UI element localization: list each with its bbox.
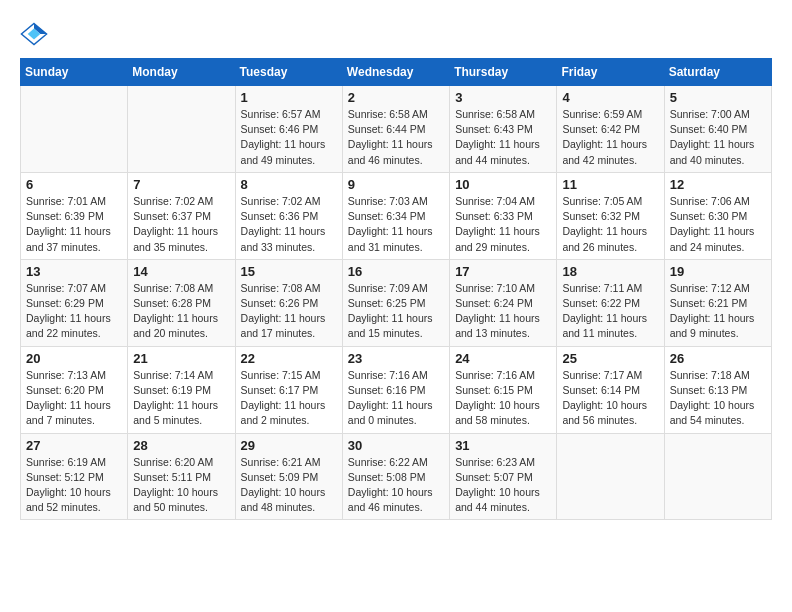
day-number: 12: [670, 177, 766, 192]
day-cell: 19Sunrise: 7:12 AM Sunset: 6:21 PM Dayli…: [664, 259, 771, 346]
day-cell: 27Sunrise: 6:19 AM Sunset: 5:12 PM Dayli…: [21, 433, 128, 520]
day-info: Sunrise: 7:04 AM Sunset: 6:33 PM Dayligh…: [455, 194, 551, 255]
day-info: Sunrise: 6:58 AM Sunset: 6:44 PM Dayligh…: [348, 107, 444, 168]
day-info: Sunrise: 7:09 AM Sunset: 6:25 PM Dayligh…: [348, 281, 444, 342]
day-cell: 3Sunrise: 6:58 AM Sunset: 6:43 PM Daylig…: [450, 86, 557, 173]
day-cell: 23Sunrise: 7:16 AM Sunset: 6:16 PM Dayli…: [342, 346, 449, 433]
calendar-body: 1Sunrise: 6:57 AM Sunset: 6:46 PM Daylig…: [21, 86, 772, 520]
day-number: 25: [562, 351, 658, 366]
day-info: Sunrise: 7:16 AM Sunset: 6:15 PM Dayligh…: [455, 368, 551, 429]
day-number: 7: [133, 177, 229, 192]
day-number: 2: [348, 90, 444, 105]
day-number: 29: [241, 438, 337, 453]
day-cell: [21, 86, 128, 173]
day-info: Sunrise: 7:08 AM Sunset: 6:26 PM Dayligh…: [241, 281, 337, 342]
weekday-header-tuesday: Tuesday: [235, 59, 342, 86]
day-cell: 6Sunrise: 7:01 AM Sunset: 6:39 PM Daylig…: [21, 172, 128, 259]
day-info: Sunrise: 6:20 AM Sunset: 5:11 PM Dayligh…: [133, 455, 229, 516]
day-info: Sunrise: 7:12 AM Sunset: 6:21 PM Dayligh…: [670, 281, 766, 342]
day-info: Sunrise: 7:16 AM Sunset: 6:16 PM Dayligh…: [348, 368, 444, 429]
day-cell: 10Sunrise: 7:04 AM Sunset: 6:33 PM Dayli…: [450, 172, 557, 259]
day-cell: 4Sunrise: 6:59 AM Sunset: 6:42 PM Daylig…: [557, 86, 664, 173]
day-cell: [128, 86, 235, 173]
day-info: Sunrise: 7:00 AM Sunset: 6:40 PM Dayligh…: [670, 107, 766, 168]
weekday-header-wednesday: Wednesday: [342, 59, 449, 86]
day-number: 13: [26, 264, 122, 279]
day-info: Sunrise: 7:18 AM Sunset: 6:13 PM Dayligh…: [670, 368, 766, 429]
day-cell: 22Sunrise: 7:15 AM Sunset: 6:17 PM Dayli…: [235, 346, 342, 433]
day-cell: 13Sunrise: 7:07 AM Sunset: 6:29 PM Dayli…: [21, 259, 128, 346]
day-cell: 31Sunrise: 6:23 AM Sunset: 5:07 PM Dayli…: [450, 433, 557, 520]
week-row-3: 13Sunrise: 7:07 AM Sunset: 6:29 PM Dayli…: [21, 259, 772, 346]
day-info: Sunrise: 7:03 AM Sunset: 6:34 PM Dayligh…: [348, 194, 444, 255]
weekday-header-row: SundayMondayTuesdayWednesdayThursdayFrid…: [21, 59, 772, 86]
day-cell: [664, 433, 771, 520]
day-info: Sunrise: 7:11 AM Sunset: 6:22 PM Dayligh…: [562, 281, 658, 342]
day-cell: 7Sunrise: 7:02 AM Sunset: 6:37 PM Daylig…: [128, 172, 235, 259]
day-number: 31: [455, 438, 551, 453]
day-info: Sunrise: 7:02 AM Sunset: 6:36 PM Dayligh…: [241, 194, 337, 255]
week-row-4: 20Sunrise: 7:13 AM Sunset: 6:20 PM Dayli…: [21, 346, 772, 433]
day-cell: 28Sunrise: 6:20 AM Sunset: 5:11 PM Dayli…: [128, 433, 235, 520]
day-number: 18: [562, 264, 658, 279]
day-cell: 8Sunrise: 7:02 AM Sunset: 6:36 PM Daylig…: [235, 172, 342, 259]
day-cell: 17Sunrise: 7:10 AM Sunset: 6:24 PM Dayli…: [450, 259, 557, 346]
day-number: 22: [241, 351, 337, 366]
day-info: Sunrise: 7:02 AM Sunset: 6:37 PM Dayligh…: [133, 194, 229, 255]
day-number: 14: [133, 264, 229, 279]
day-info: Sunrise: 7:17 AM Sunset: 6:14 PM Dayligh…: [562, 368, 658, 429]
day-cell: 26Sunrise: 7:18 AM Sunset: 6:13 PM Dayli…: [664, 346, 771, 433]
weekday-header-monday: Monday: [128, 59, 235, 86]
day-cell: 1Sunrise: 6:57 AM Sunset: 6:46 PM Daylig…: [235, 86, 342, 173]
day-cell: 18Sunrise: 7:11 AM Sunset: 6:22 PM Dayli…: [557, 259, 664, 346]
week-row-2: 6Sunrise: 7:01 AM Sunset: 6:39 PM Daylig…: [21, 172, 772, 259]
week-row-1: 1Sunrise: 6:57 AM Sunset: 6:46 PM Daylig…: [21, 86, 772, 173]
day-number: 9: [348, 177, 444, 192]
day-number: 26: [670, 351, 766, 366]
day-number: 27: [26, 438, 122, 453]
day-cell: 21Sunrise: 7:14 AM Sunset: 6:19 PM Dayli…: [128, 346, 235, 433]
day-info: Sunrise: 7:13 AM Sunset: 6:20 PM Dayligh…: [26, 368, 122, 429]
day-cell: [557, 433, 664, 520]
day-number: 24: [455, 351, 551, 366]
weekday-header-friday: Friday: [557, 59, 664, 86]
day-number: 21: [133, 351, 229, 366]
day-cell: 25Sunrise: 7:17 AM Sunset: 6:14 PM Dayli…: [557, 346, 664, 433]
day-number: 10: [455, 177, 551, 192]
day-number: 16: [348, 264, 444, 279]
day-cell: 20Sunrise: 7:13 AM Sunset: 6:20 PM Dayli…: [21, 346, 128, 433]
day-info: Sunrise: 6:57 AM Sunset: 6:46 PM Dayligh…: [241, 107, 337, 168]
day-cell: 16Sunrise: 7:09 AM Sunset: 6:25 PM Dayli…: [342, 259, 449, 346]
day-info: Sunrise: 6:59 AM Sunset: 6:42 PM Dayligh…: [562, 107, 658, 168]
day-number: 15: [241, 264, 337, 279]
day-number: 4: [562, 90, 658, 105]
day-info: Sunrise: 6:21 AM Sunset: 5:09 PM Dayligh…: [241, 455, 337, 516]
weekday-header-thursday: Thursday: [450, 59, 557, 86]
day-cell: 24Sunrise: 7:16 AM Sunset: 6:15 PM Dayli…: [450, 346, 557, 433]
day-cell: 11Sunrise: 7:05 AM Sunset: 6:32 PM Dayli…: [557, 172, 664, 259]
week-row-5: 27Sunrise: 6:19 AM Sunset: 5:12 PM Dayli…: [21, 433, 772, 520]
day-cell: 29Sunrise: 6:21 AM Sunset: 5:09 PM Dayli…: [235, 433, 342, 520]
day-info: Sunrise: 6:58 AM Sunset: 6:43 PM Dayligh…: [455, 107, 551, 168]
day-cell: 12Sunrise: 7:06 AM Sunset: 6:30 PM Dayli…: [664, 172, 771, 259]
day-info: Sunrise: 6:22 AM Sunset: 5:08 PM Dayligh…: [348, 455, 444, 516]
day-number: 6: [26, 177, 122, 192]
weekday-header-sunday: Sunday: [21, 59, 128, 86]
day-number: 28: [133, 438, 229, 453]
logo-icon: [20, 20, 48, 48]
day-info: Sunrise: 7:14 AM Sunset: 6:19 PM Dayligh…: [133, 368, 229, 429]
day-info: Sunrise: 7:10 AM Sunset: 6:24 PM Dayligh…: [455, 281, 551, 342]
day-number: 5: [670, 90, 766, 105]
weekday-header-saturday: Saturday: [664, 59, 771, 86]
day-cell: 30Sunrise: 6:22 AM Sunset: 5:08 PM Dayli…: [342, 433, 449, 520]
calendar-table: SundayMondayTuesdayWednesdayThursdayFrid…: [20, 58, 772, 520]
day-info: Sunrise: 7:06 AM Sunset: 6:30 PM Dayligh…: [670, 194, 766, 255]
calendar-header: SundayMondayTuesdayWednesdayThursdayFrid…: [21, 59, 772, 86]
day-number: 20: [26, 351, 122, 366]
day-info: Sunrise: 7:05 AM Sunset: 6:32 PM Dayligh…: [562, 194, 658, 255]
day-number: 3: [455, 90, 551, 105]
day-info: Sunrise: 7:08 AM Sunset: 6:28 PM Dayligh…: [133, 281, 229, 342]
day-info: Sunrise: 6:23 AM Sunset: 5:07 PM Dayligh…: [455, 455, 551, 516]
day-cell: 14Sunrise: 7:08 AM Sunset: 6:28 PM Dayli…: [128, 259, 235, 346]
day-info: Sunrise: 6:19 AM Sunset: 5:12 PM Dayligh…: [26, 455, 122, 516]
